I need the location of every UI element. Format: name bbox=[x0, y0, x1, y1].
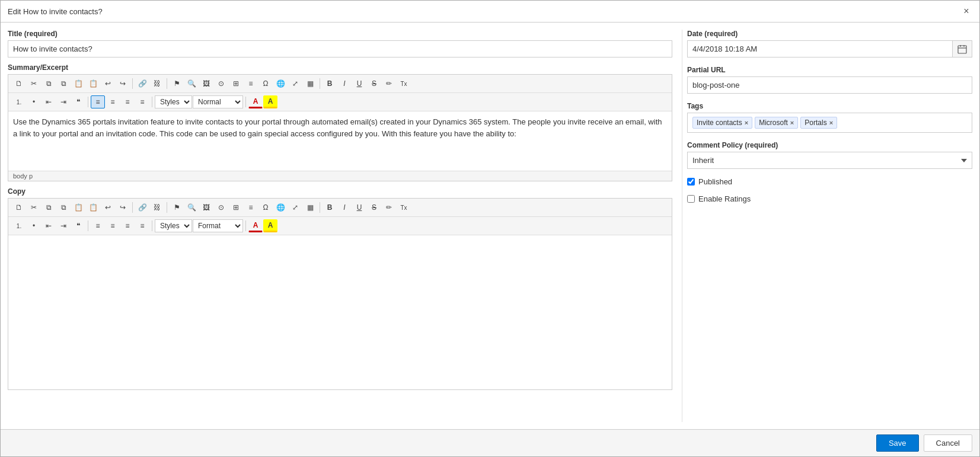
copy-tb-ul[interactable]: • bbox=[27, 219, 41, 232]
tb-expand[interactable]: ⤢ bbox=[288, 77, 302, 90]
copy-tb-font-color[interactable]: A bbox=[248, 219, 263, 232]
tb-circle[interactable]: ⊙ bbox=[214, 77, 228, 90]
copy-tb-highlight[interactable]: ✏ bbox=[382, 201, 396, 214]
copy-tb-ol[interactable]: 1. bbox=[12, 219, 26, 232]
copy-tb-new[interactable]: 🗋 bbox=[12, 201, 26, 214]
copy-tb-strikethrough[interactable]: S bbox=[367, 201, 381, 214]
copy-tb-paste[interactable]: 📋 bbox=[71, 201, 85, 214]
cancel-button[interactable]: Cancel bbox=[924, 434, 972, 452]
enable-ratings-checkbox[interactable] bbox=[687, 195, 695, 203]
copy-editor: 🗋 ✂ ⧉ ⧉ 📋 📋 ↩ ↪ 🔗 ⛓ ⚑ bbox=[8, 198, 672, 390]
comment-policy-select[interactable]: Inherit Open Closed Moderated bbox=[687, 152, 972, 169]
tb-globe[interactable]: 🌐 bbox=[273, 77, 288, 90]
summary-toolbar-row1: 🗋 ✂ ⧉ ⧉ 📋 📋 ↩ ↪ 🔗 ⛓ ⚑ bbox=[12, 77, 668, 90]
tag-invite-contacts-remove[interactable]: × bbox=[745, 119, 748, 126]
copy-tb-image[interactable]: 🖼 bbox=[199, 201, 213, 214]
tb-font-color[interactable]: A bbox=[248, 95, 263, 108]
copy-tb-indent[interactable]: ⇥ bbox=[56, 219, 71, 232]
copy-tb-undo[interactable]: ↩ bbox=[101, 201, 115, 214]
tb-ul[interactable]: • bbox=[27, 95, 41, 108]
tb-bold[interactable]: B bbox=[323, 77, 337, 90]
copy-tb-italic[interactable]: I bbox=[337, 201, 352, 214]
copy-tb-flag[interactable]: ⚑ bbox=[170, 201, 184, 214]
copy-tb-copy[interactable]: ⧉ bbox=[42, 201, 56, 214]
copy-tb-expand[interactable]: ⤢ bbox=[288, 201, 302, 214]
copy-tb-align-center[interactable]: ≡ bbox=[106, 219, 120, 232]
tb-align-left[interactable]: ≡ bbox=[91, 95, 105, 108]
tb-copy2[interactable]: ⧉ bbox=[56, 77, 71, 90]
save-button[interactable]: Save bbox=[876, 434, 919, 452]
title-field-group: Title (required) bbox=[8, 30, 672, 57]
tb-align-center[interactable]: ≡ bbox=[106, 95, 120, 108]
tb-table[interactable]: ⊞ bbox=[229, 77, 243, 90]
summary-label: Summary/Excerpt bbox=[8, 63, 672, 72]
copy-tb-circle[interactable]: ⊙ bbox=[214, 201, 228, 214]
tb-new[interactable]: 🗋 bbox=[12, 77, 26, 90]
copy-tb-outdent[interactable]: ⇤ bbox=[42, 219, 56, 232]
tb-omega[interactable]: Ω bbox=[258, 77, 273, 90]
copy-tb-redo[interactable]: ↪ bbox=[116, 201, 130, 214]
date-input[interactable] bbox=[687, 40, 952, 57]
tb-outdent[interactable]: ⇤ bbox=[42, 95, 56, 108]
calendar-button[interactable] bbox=[952, 40, 972, 57]
tb-search[interactable]: 🔍 bbox=[184, 77, 199, 90]
copy-editor-content[interactable] bbox=[8, 235, 672, 389]
copy-tb-cut[interactable]: ✂ bbox=[27, 201, 41, 214]
tag-portals-remove[interactable]: × bbox=[829, 119, 833, 126]
tb-cut[interactable]: ✂ bbox=[27, 77, 41, 90]
tb-undo[interactable]: ↩ bbox=[101, 77, 115, 90]
tb-unlink[interactable]: ⛓ bbox=[150, 77, 164, 90]
tb-bg-color[interactable]: A bbox=[263, 95, 277, 108]
tb-flag[interactable]: ⚑ bbox=[170, 77, 184, 90]
copy-tb-copy2[interactable]: ⧉ bbox=[56, 201, 71, 214]
tb-paste2[interactable]: 📋 bbox=[86, 77, 100, 90]
partial-url-input[interactable] bbox=[687, 76, 972, 94]
copy-tb-underline[interactable]: U bbox=[352, 201, 366, 214]
copy-tb-bold[interactable]: B bbox=[323, 201, 337, 214]
close-button[interactable]: × bbox=[960, 5, 972, 17]
copy-tb-bg-color[interactable]: A bbox=[263, 219, 277, 232]
tb-underline[interactable]: U bbox=[352, 77, 366, 90]
copy-tb-layout[interactable]: ▦ bbox=[303, 201, 317, 214]
title-input[interactable] bbox=[8, 40, 672, 57]
left-panel: Title (required) Summary/Excerpt 🗋 ✂ ⧉ ⧉… bbox=[8, 30, 672, 422]
tags-container[interactable]: Invite contacts × Microsoft × Portals × bbox=[687, 113, 972, 133]
tb-paste[interactable]: 📋 bbox=[71, 77, 85, 90]
summary-editor-content[interactable]: Use the Dynamics 365 portals invitation … bbox=[8, 111, 672, 171]
copy-format-select[interactable]: Format Normal Heading 1 Heading 2 bbox=[193, 219, 243, 232]
copy-tb-blockquote[interactable]: ❝ bbox=[71, 219, 85, 232]
tb-image[interactable]: 🖼 bbox=[199, 77, 213, 90]
tb-layout[interactable]: ▦ bbox=[303, 77, 317, 90]
copy-tb-omega[interactable]: Ω bbox=[258, 201, 273, 214]
tb-link[interactable]: 🔗 bbox=[135, 77, 149, 90]
copy-styles-select[interactable]: Styles bbox=[155, 219, 192, 232]
copy-tb-search[interactable]: 🔍 bbox=[184, 201, 199, 214]
summary-format-select[interactable]: Normal Heading 1 Heading 2 Heading 3 Hea… bbox=[193, 95, 243, 108]
tb-align-right[interactable]: ≡ bbox=[120, 95, 135, 108]
copy-tb-align-right[interactable]: ≡ bbox=[120, 219, 135, 232]
tb-blockquote[interactable]: ❝ bbox=[71, 95, 85, 108]
copy-tb-align-left[interactable]: ≡ bbox=[91, 219, 105, 232]
tb-ol[interactable]: 1. bbox=[12, 95, 26, 108]
date-label: Date (required) bbox=[687, 30, 972, 38]
tb-align-justify[interactable]: ≡ bbox=[135, 95, 149, 108]
copy-tb-align-justify[interactable]: ≡ bbox=[135, 219, 149, 232]
copy-tb-link[interactable]: 🔗 bbox=[135, 201, 149, 214]
copy-tb-paste2[interactable]: 📋 bbox=[86, 201, 100, 214]
tag-microsoft-remove[interactable]: × bbox=[790, 119, 794, 126]
summary-styles-select[interactable]: Styles bbox=[155, 95, 192, 108]
tb-italic[interactable]: I bbox=[337, 77, 352, 90]
tb-align-icon[interactable]: ≡ bbox=[244, 77, 258, 90]
copy-tb-table[interactable]: ⊞ bbox=[229, 201, 243, 214]
tb-redo[interactable]: ↪ bbox=[116, 77, 130, 90]
copy-tb-globe[interactable]: 🌐 bbox=[273, 201, 288, 214]
copy-tb-unlink[interactable]: ⛓ bbox=[150, 201, 164, 214]
tb-indent[interactable]: ⇥ bbox=[56, 95, 71, 108]
published-checkbox[interactable] bbox=[687, 178, 695, 186]
tb-copy[interactable]: ⧉ bbox=[42, 77, 56, 90]
copy-tb-clear-format[interactable]: Tx bbox=[397, 201, 411, 214]
tb-clear-format[interactable]: Tx bbox=[397, 77, 411, 90]
copy-tb-align-icon[interactable]: ≡ bbox=[244, 201, 258, 214]
tb-strikethrough[interactable]: S bbox=[367, 77, 381, 90]
tb-highlight[interactable]: ✏ bbox=[382, 77, 396, 90]
